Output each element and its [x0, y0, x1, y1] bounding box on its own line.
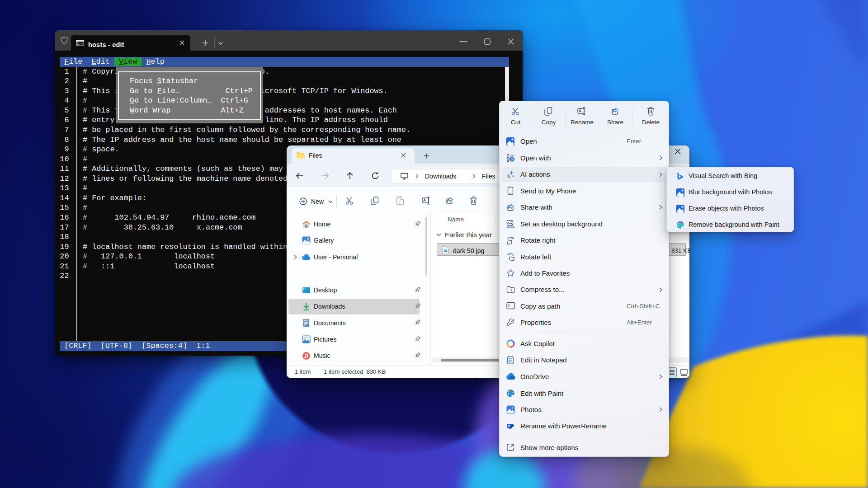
- svg-text:C:\: C:\: [77, 42, 83, 46]
